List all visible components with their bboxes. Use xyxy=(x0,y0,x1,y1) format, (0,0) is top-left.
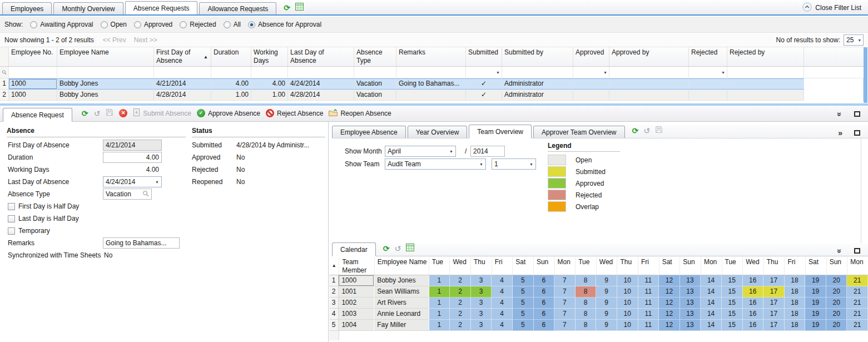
cal-day-cell[interactable]: 10 xyxy=(617,275,638,286)
calendar-row[interactable]: 11000Bobby Jones123456789101112131415161… xyxy=(329,275,868,286)
cal-day-header-2[interactable]: Wed xyxy=(449,257,470,275)
cal-day-cell[interactable]: 14 xyxy=(701,320,722,331)
cal-employee-name[interactable]: Fay Miller xyxy=(374,320,429,331)
checkbox-temporary[interactable]: Temporary xyxy=(7,227,50,235)
cal-day-cell[interactable]: 16 xyxy=(743,320,764,331)
cal-employee-name[interactable]: Bobby Jones xyxy=(374,275,429,286)
radio-approved[interactable]: Approved xyxy=(134,21,172,28)
dropdown-arrow-icon[interactable]: ▼ xyxy=(721,71,725,75)
cal-day-cell[interactable]: 21 xyxy=(847,286,868,298)
cal-day-cell[interactable]: 13 xyxy=(680,275,701,286)
tab-approver-team-overview[interactable]: Approver Team Overview xyxy=(533,126,625,138)
cal-day-cell[interactable]: 10 xyxy=(617,286,638,298)
cell-working-days[interactable]: 4.00 xyxy=(251,78,288,90)
cal-day-header-4[interactable]: Fri xyxy=(492,257,513,275)
cal-day-cell[interactable]: 5 xyxy=(513,309,534,320)
grid-col-employee-name[interactable]: Employee Name xyxy=(57,47,154,66)
tab-allowance-requests[interactable]: Allowance Requests xyxy=(199,2,276,14)
cal-day-cell[interactable]: 5 xyxy=(513,275,534,286)
cell-working-days[interactable]: 1.00 xyxy=(251,90,288,101)
cell-absence-type[interactable]: Vacation xyxy=(354,78,396,90)
radio-open[interactable]: Open xyxy=(101,21,127,28)
cal-day-cell[interactable]: 14 xyxy=(701,275,722,286)
cal-day-cell[interactable]: 6 xyxy=(534,320,555,331)
grid-search-cell[interactable] xyxy=(0,67,9,78)
refresh-icon[interactable]: ⟳ xyxy=(383,245,390,252)
chevrons-down-icon[interactable]: » xyxy=(836,112,844,116)
tab-monthly-overview[interactable]: Monthly Overview xyxy=(53,2,123,14)
filter-approved[interactable]: ▼ xyxy=(573,67,609,78)
cell-rejected-by[interactable] xyxy=(727,78,804,90)
cal-day-cell[interactable]: 1 xyxy=(429,309,450,320)
cal-day-cell[interactable]: 19 xyxy=(805,320,826,331)
cal-day-cell[interactable]: 2 xyxy=(450,298,471,309)
grid-col-employee-no[interactable]: Employee No. xyxy=(9,47,57,66)
cal-col-employee-name[interactable]: Employee Name xyxy=(374,257,429,275)
grid-col-rejected-by[interactable]: Rejected by xyxy=(727,47,804,66)
calendar-sort-cell[interactable]: ▲ xyxy=(329,257,339,275)
cell-submitted[interactable]: ✓ xyxy=(466,78,502,90)
maximize-icon[interactable] xyxy=(854,111,860,117)
remarks-field[interactable]: Going to Bahamas... xyxy=(103,237,180,249)
dropdown-arrow-icon[interactable]: ▼ xyxy=(496,71,500,75)
field-last-day-of-absence[interactable]: 4/24/2014▼ xyxy=(103,176,162,187)
cal-day-cell[interactable]: 1 xyxy=(429,275,450,286)
cal-day-cell[interactable]: 4 xyxy=(492,286,513,298)
cell-submitted[interactable]: ✓ xyxy=(466,90,502,101)
close-filter-list-button[interactable]: Close Filter List xyxy=(802,2,861,13)
cal-team-member[interactable]: 1001 xyxy=(339,286,374,298)
cal-day-cell[interactable]: 3 xyxy=(471,275,492,286)
cal-day-cell[interactable]: 6 xyxy=(534,309,555,320)
tab-employee-absence[interactable]: Employee Absence xyxy=(332,126,406,138)
cal-day-cell[interactable]: 1 xyxy=(429,298,450,309)
filter-employee-name[interactable] xyxy=(57,67,154,78)
submit-absence-button[interactable]: Submit Absence xyxy=(133,108,191,118)
filter-rejected[interactable]: ▼ xyxy=(689,67,727,78)
cal-day-cell[interactable]: 18 xyxy=(785,320,806,331)
cal-day-header-17[interactable]: Thu xyxy=(763,257,785,275)
cal-day-cell[interactable]: 6 xyxy=(534,298,555,309)
cal-day-cell[interactable]: 6 xyxy=(534,286,555,298)
cal-day-header-7[interactable]: Mon xyxy=(554,257,576,275)
cal-day-cell[interactable]: 5 xyxy=(513,298,534,309)
cal-day-cell[interactable]: 17 xyxy=(763,309,785,320)
cal-day-cell[interactable]: 17 xyxy=(763,275,785,286)
filter-remarks[interactable] xyxy=(396,67,466,78)
grid-col-last-day-of-absence[interactable]: Last Day of Absence xyxy=(288,47,354,66)
cal-day-cell[interactable]: 14 xyxy=(701,286,722,298)
grid-col-absence-type[interactable]: Absence Type xyxy=(354,47,396,66)
checkbox-first-day-is-half-day[interactable]: First Day is Half Day xyxy=(7,202,79,210)
chevrons-right-icon[interactable]: » xyxy=(838,129,842,137)
cal-day-header-11[interactable]: Fri xyxy=(638,257,659,275)
cal-day-cell[interactable]: 15 xyxy=(722,286,743,298)
tab-absence-requests[interactable]: Absence Requests xyxy=(125,1,198,14)
undo-icon[interactable]: ↺ xyxy=(394,245,401,252)
cal-day-cell[interactable]: 16 xyxy=(743,286,764,298)
show-team-select[interactable]: Audit Team ▼ xyxy=(385,158,486,170)
cal-day-cell[interactable]: 14 xyxy=(701,298,722,309)
tab-absence-request[interactable]: Absence Request xyxy=(3,108,72,122)
tab-team-overview[interactable]: Team Overview xyxy=(469,125,532,138)
cal-day-header-1[interactable]: Tue xyxy=(429,257,450,275)
cal-day-header-14[interactable]: Mon xyxy=(701,257,722,275)
cal-day-header-18[interactable]: Fri xyxy=(784,257,805,275)
cal-day-cell[interactable]: 21 xyxy=(847,320,868,331)
cal-day-cell[interactable]: 20 xyxy=(826,275,847,286)
calendar-row[interactable]: 31002Art Rivers1234567891011121314151617… xyxy=(329,298,868,309)
chevrons-down-icon[interactable]: » xyxy=(836,249,844,253)
cal-team-member[interactable]: 1000 xyxy=(339,275,374,286)
cal-day-cell[interactable]: 15 xyxy=(722,298,743,309)
cal-day-cell[interactable]: 10 xyxy=(617,309,638,320)
radio-awaiting-approval[interactable]: Awaiting Approval xyxy=(30,21,93,28)
undo-icon[interactable]: ↺ xyxy=(93,110,100,117)
year-field[interactable]: 2014 xyxy=(470,146,505,157)
cal-team-member[interactable]: 1004 xyxy=(339,320,374,331)
grid-col-approved-by[interactable]: Approved by xyxy=(609,47,689,66)
cal-day-header-16[interactable]: Wed xyxy=(742,257,763,275)
cal-day-cell[interactable]: 19 xyxy=(805,275,826,286)
cell-employee-name[interactable]: Bobby Jones xyxy=(57,78,154,90)
cal-day-cell[interactable]: 9 xyxy=(596,320,617,331)
cell-last-day[interactable]: 4/24/2014 xyxy=(288,78,354,90)
cal-day-cell[interactable]: 7 xyxy=(554,275,576,286)
cal-day-cell[interactable]: 20 xyxy=(826,320,847,331)
